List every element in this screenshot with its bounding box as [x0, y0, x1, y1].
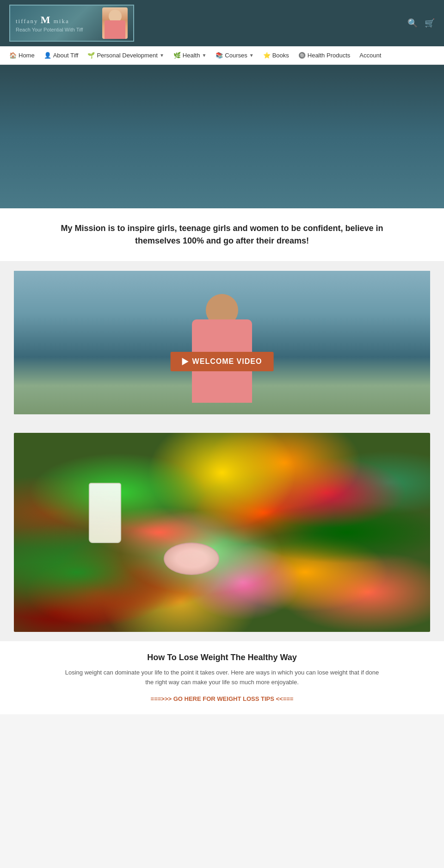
site-header: tiffany M mika Reach Your Potential With…: [0, 0, 444, 46]
logo-area[interactable]: tiffany M mika Reach Your Potential With…: [9, 5, 134, 42]
article-excerpt: Losing weight can dominate your life to …: [60, 668, 384, 687]
header-icons: 🔍 🛒: [407, 18, 435, 28]
books-icon: ⭐: [263, 52, 271, 59]
nav-label-account: Account: [359, 52, 381, 59]
nav-label-courses: Courses: [225, 52, 247, 59]
about-icon: 👤: [44, 52, 51, 59]
nav-item-personal-dev[interactable]: 🌱 Personal Development ▼: [83, 47, 168, 63]
logo-text: tiffany M mika Reach Your Potential With…: [16, 14, 102, 32]
chevron-down-icon: ▼: [160, 53, 164, 58]
play-icon: [182, 358, 189, 365]
nav-item-books[interactable]: ⭐ Books: [259, 47, 294, 63]
home-icon: 🏠: [9, 52, 17, 59]
nav-label-health: Health: [183, 52, 200, 59]
nav-item-about[interactable]: 👤 About Tiff: [39, 47, 83, 63]
health-chevron-icon: ▼: [202, 53, 206, 58]
cart-icon[interactable]: 🛒: [425, 18, 435, 28]
video-play-label: WELCOME VIDEO: [192, 357, 262, 366]
nav-item-courses[interactable]: 📚 Courses ▼: [211, 47, 258, 63]
yogurt-bowl: [164, 543, 219, 575]
main-nav: 🏠 Home 👤 About Tiff 🌱 Personal Developme…: [0, 46, 444, 65]
logo-tagline: Reach Your Potential With Tiff: [16, 27, 102, 32]
nav-label-personal-dev: Personal Development: [97, 52, 158, 59]
nav-label-health-products: Health Products: [308, 52, 351, 59]
nav-label-books: Books: [272, 52, 289, 59]
nav-item-home[interactable]: 🏠 Home: [5, 47, 39, 63]
nav-item-account[interactable]: Account: [355, 47, 386, 63]
nav-item-health-products[interactable]: 🔘 Health Products: [294, 47, 355, 63]
food-image-container: [14, 433, 430, 632]
mission-text: My Mission is to inspire girls, teenage …: [60, 222, 384, 247]
mission-section: My Mission is to inspire girls, teenage …: [0, 208, 444, 262]
personal-dev-icon: 🌱: [87, 52, 95, 59]
food-section: [0, 424, 444, 641]
food-mosaic: [14, 433, 430, 632]
health-products-icon: 🔘: [298, 52, 306, 59]
video-container[interactable]: WELCOME VIDEO: [14, 271, 430, 414]
logo-box: tiffany M mika Reach Your Potential With…: [9, 5, 134, 42]
logo-person-image: [102, 7, 128, 39]
nav-label-home: Home: [18, 52, 35, 59]
courses-icon: 📚: [216, 52, 223, 59]
article-title: How To Lose Weight The Healthy Way: [18, 653, 426, 662]
video-section: WELCOME VIDEO: [0, 262, 444, 424]
nav-item-health[interactable]: 🌿 Health ▼: [169, 47, 211, 63]
search-icon[interactable]: 🔍: [407, 18, 418, 28]
hero-section: [0, 65, 444, 208]
video-person: [176, 285, 268, 414]
article-link[interactable]: ===>>> GO HERE FOR WEIGHT LOSS TIPS <<==…: [151, 695, 294, 702]
video-background: WELCOME VIDEO: [14, 271, 430, 414]
health-icon: 🌿: [173, 52, 181, 59]
nav-label-about: About Tiff: [53, 52, 79, 59]
article-section: How To Lose Weight The Healthy Way Losin…: [0, 641, 444, 714]
video-play-button[interactable]: WELCOME VIDEO: [171, 352, 274, 371]
logo-brand: tiffany M mika: [16, 14, 102, 26]
milk-glass: [89, 483, 121, 543]
courses-chevron-icon: ▼: [249, 53, 254, 58]
